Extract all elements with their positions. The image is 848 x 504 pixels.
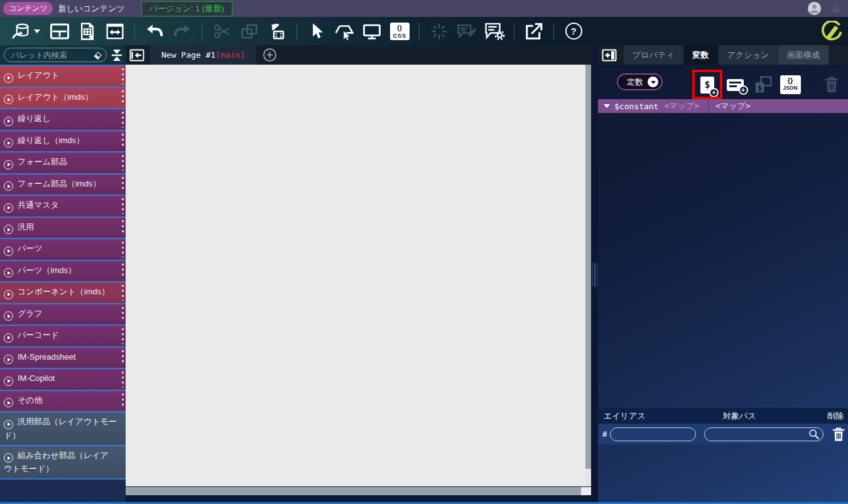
play-icon — [4, 138, 13, 147]
dropdown-arrow-icon — [648, 77, 658, 87]
vertical-scrollbar-thumb[interactable] — [585, 65, 591, 469]
play-icon — [4, 225, 13, 234]
export-document-button[interactable] — [77, 21, 98, 42]
preview-monitor-button[interactable] — [361, 21, 383, 42]
undo-button[interactable] — [144, 21, 165, 42]
copy-button[interactable] — [239, 21, 260, 42]
json-variable-button[interactable]: {}JSON — [779, 74, 802, 95]
play-icon — [4, 95, 13, 104]
deploy-dropdown-arrow[interactable] — [33, 21, 41, 42]
panel-splitter[interactable] — [591, 45, 598, 504]
variable-row[interactable]: $constant <マップ> <マップ> — [598, 99, 848, 113]
expand-caret-icon[interactable] — [604, 104, 610, 108]
panel-tab[interactable]: プロパティ — [624, 45, 684, 65]
panel-tabs: プロパティ 変数 アクション 画面構成 — [624, 45, 829, 65]
panel-tab-label: アクション — [727, 50, 769, 61]
search-icon[interactable] — [808, 428, 820, 442]
eraser-icon[interactable] — [92, 50, 102, 62]
plus-badge-icon: + — [739, 85, 748, 95]
resize-width-button[interactable] — [104, 21, 126, 42]
palette-category[interactable]: IM-Spreadsheet — [0, 348, 126, 370]
add-entry-button[interactable]: + — [724, 74, 746, 95]
cut-button[interactable] — [211, 21, 232, 42]
help-button[interactable]: ? — [563, 21, 584, 42]
design-canvas[interactable] — [126, 65, 585, 486]
play-icon — [4, 398, 13, 407]
canvas-column: New Page #1[main] — [126, 45, 591, 504]
redo-button[interactable] — [171, 21, 193, 42]
collapse-palette-button[interactable] — [128, 47, 146, 63]
palette-category[interactable]: バーコード — [0, 326, 126, 348]
palette-category[interactable]: 繰り返し（imds） — [0, 131, 126, 153]
delete-alias-button[interactable] — [831, 426, 846, 442]
panel-tab[interactable]: 変数 — [684, 45, 719, 65]
palette-category-label: パーツ（imds） — [18, 265, 76, 275]
target-path-input[interactable] — [704, 427, 824, 441]
palette-search-row — [0, 45, 126, 65]
paste-button[interactable] — [266, 21, 288, 42]
collapse-panel-button[interactable] — [600, 47, 619, 63]
variable-scope-dropdown[interactable]: 定数 — [617, 73, 663, 90]
panel-tab[interactable]: 画面構成 — [778, 45, 829, 65]
drag-handle-dots — [122, 134, 124, 149]
add-page-button[interactable] — [263, 48, 277, 62]
palette-category[interactable]: パーツ（imds） — [0, 261, 126, 283]
panel-tab[interactable]: アクション — [719, 45, 779, 65]
palette-category-label: IM-Copilot — [18, 373, 55, 383]
css-editor-button[interactable]: {}CSS — [389, 21, 410, 42]
palette-search-input[interactable] — [4, 48, 107, 62]
palette-category[interactable]: グラフ — [0, 304, 126, 326]
collapse-all-icon[interactable] — [111, 48, 123, 62]
play-icon — [4, 333, 13, 343]
layout-template-button[interactable] — [49, 21, 70, 42]
comment-settings-button[interactable] — [484, 21, 505, 42]
ai-assist-button[interactable] — [428, 21, 450, 42]
right-panel: プロパティ 変数 アクション 画面構成 定数 $+ — [598, 45, 848, 504]
alias-column-header: エイリアス — [604, 410, 723, 422]
open-external-button[interactable] — [523, 21, 545, 42]
play-icon — [4, 420, 13, 429]
path-column-header: 対象パス — [723, 410, 817, 422]
duplicate-variable-button[interactable]: $ — [752, 74, 775, 95]
edit-mode-pencil-icon[interactable] — [820, 21, 842, 42]
vertical-scrollbar[interactable] — [585, 65, 591, 486]
play-icon — [4, 290, 13, 299]
comment-edit-button[interactable] — [456, 21, 477, 42]
page-tab[interactable]: New Page #1[main] — [150, 45, 256, 65]
palette-category[interactable]: 汎用部品（レイアウトモード） — [0, 412, 126, 446]
delete-column-header: 削除 — [827, 410, 844, 422]
palette-category[interactable]: 組み合わせ部品（レイアウトモード） — [0, 446, 126, 480]
alias-input[interactable] — [610, 427, 696, 441]
palette-category[interactable]: レイアウト（imds） — [0, 88, 126, 110]
palette-category[interactable]: パーツ — [0, 239, 126, 261]
dollar-glyph: $ — [704, 79, 710, 90]
palette-category-list: レイアウト レイアウト（imds） 繰り返し 繰り返し（imds — [0, 65, 126, 480]
select-cursor-button[interactable] — [306, 21, 327, 42]
palette-category[interactable]: IM-Copilot — [0, 369, 126, 391]
svg-text:$: $ — [758, 83, 762, 92]
horizontal-scrollbar-thumb[interactable] — [126, 487, 581, 495]
palette-category[interactable]: レイアウト — [0, 66, 126, 88]
page-tab-bar: New Page #1[main] — [126, 45, 591, 65]
palette-category[interactable]: フォーム部品（imds） — [0, 174, 126, 196]
horizontal-scrollbar[interactable] — [126, 486, 591, 496]
play-icon — [4, 268, 13, 277]
palette-category[interactable]: コンポーネント（imds） — [0, 282, 126, 304]
element-select-button[interactable] — [334, 21, 355, 42]
palette-category[interactable]: フォーム部品 — [0, 153, 126, 174]
unlock-icon[interactable] — [830, 2, 843, 15]
palette-category[interactable]: その他 — [0, 391, 126, 413]
content-type-badge: コンテンツ — [3, 2, 53, 15]
panel-tab-label: 画面構成 — [787, 50, 820, 61]
palette-category[interactable]: 繰り返し — [0, 109, 126, 131]
toolbar-divider — [419, 23, 420, 40]
palette-category[interactable]: 共通マスタ — [0, 196, 126, 218]
variable-scope-label: 定数 — [627, 77, 643, 88]
deploy-database-button[interactable] — [10, 21, 31, 42]
delete-variable-button[interactable] — [820, 74, 843, 95]
user-avatar-icon[interactable] — [807, 1, 822, 16]
palette-category[interactable]: 汎用 — [0, 218, 126, 240]
toolbar-divider — [514, 23, 514, 40]
palette-category-label: フォーム部品（imds） — [18, 179, 101, 188]
add-variable-button[interactable]: $+ — [696, 74, 719, 95]
